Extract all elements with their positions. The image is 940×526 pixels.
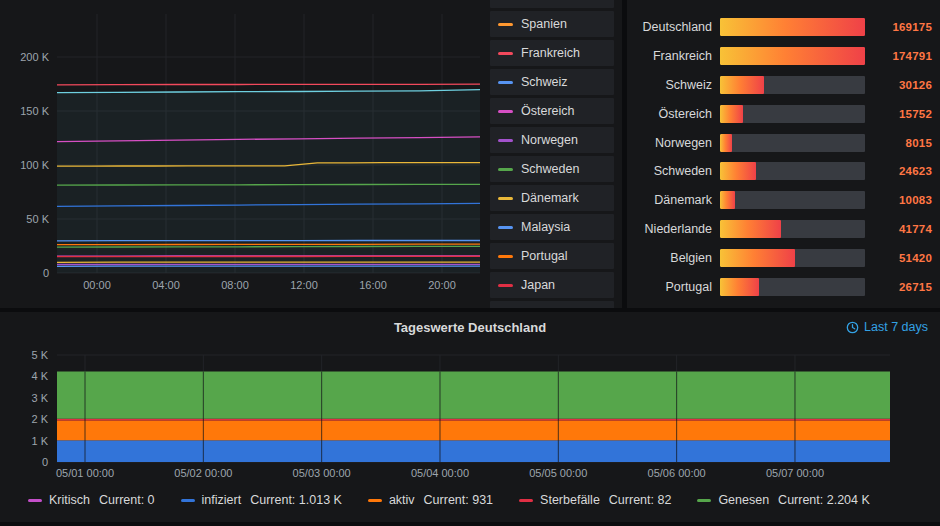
y-axis-tick-label: 50 K (26, 213, 49, 225)
bargauge-track (720, 220, 865, 238)
x-axis-tick-label: 00:00 (83, 279, 111, 291)
legend-item-portugal[interactable]: Portugal (490, 243, 614, 269)
bargauge-track (720, 191, 865, 209)
bargauge-row-deutschland: Deutschland169175 (627, 13, 932, 42)
stacked-band-aktiv (57, 420, 890, 440)
bargauge-value: 30126 (865, 79, 932, 91)
legend-item-spanien[interactable]: Spanien (490, 11, 614, 37)
bargauge-row-ostereich: Östereich15752 (627, 99, 932, 128)
bargauge-row-niederlande: Niederlande41774 (627, 215, 932, 244)
series-line-schweden (57, 246, 480, 247)
bargauge-country-label: Schweiz (627, 78, 712, 92)
series-color-dash-icon (498, 197, 513, 200)
x-axis-tick-label: 05/05 00:00 (529, 467, 587, 479)
bargauge-bar (720, 278, 759, 296)
x-axis-tick-label: 12:00 (290, 279, 318, 291)
x-axis-tick-label: 08:00 (221, 279, 249, 291)
bargauge-bar (720, 47, 865, 65)
legend-item-label: Dänemark (521, 191, 579, 205)
legend-item-japan[interactable]: Japan (490, 272, 614, 298)
bargauge-value: 174791 (865, 50, 932, 62)
bargauge-rows: Deutschland169175Frankreich174791Schweiz… (627, 13, 932, 301)
bargauge-bar (720, 105, 743, 123)
grafana-dashboard: 050 K100 K150 K200 K00:0004:0008:0012:00… (0, 0, 940, 526)
series-color-dash-icon (498, 168, 513, 171)
panel-country-bargauge: Deutschland169175Frankreich174791Schweiz… (627, 0, 940, 308)
legend-item-label: Schweiz (521, 75, 568, 89)
series-area-fill (57, 90, 480, 273)
x-axis-tick-label: 16:00 (359, 279, 387, 291)
legend-item-schweden[interactable]: Schweden (490, 156, 614, 182)
stacked-band-sterbefalle (57, 419, 890, 421)
series-color-dash-icon (498, 110, 513, 113)
legend-item-genesen[interactable]: GenesenCurrent: 2.204 K (697, 493, 869, 507)
legend-item-label: Japan (521, 278, 555, 292)
y-axis-tick-label: 2 K (31, 413, 48, 425)
bargauge-bar (720, 191, 735, 209)
bargauge-country-label: Belgien (627, 251, 712, 265)
legend-item-label: Norwegen (521, 133, 578, 147)
legend-item-label: Östereich (521, 104, 575, 118)
panel-header: Tageswerte Deutschland Last 7 days (0, 312, 940, 342)
series-color-dash-icon (368, 499, 382, 502)
bargauge-track (720, 105, 865, 123)
bargauge-bar (720, 162, 756, 180)
legend-current-value: Current: 1.013 K (250, 493, 342, 507)
bargauge-bar (720, 76, 764, 94)
bargauge-value: 26715 (865, 281, 932, 293)
legend-item-label: Spanien (521, 17, 567, 31)
legend-item-label: Frankreich (521, 46, 580, 60)
timeseries-chart[interactable]: 050 K100 K150 K200 K00:0004:0008:0012:00… (0, 0, 488, 308)
bargauge-country-label: Niederlande (627, 222, 712, 236)
x-axis-tick-label: 05/02 00:00 (174, 467, 232, 479)
series-color-dash-icon (498, 52, 513, 55)
legend-item-sterbefalle[interactable]: SterbefälleCurrent: 82 (519, 493, 671, 507)
bargauge-value: 51420 (865, 252, 932, 264)
bargauge-bar (720, 134, 732, 152)
legend-item-aktiv[interactable]: aktivCurrent: 931 (368, 493, 493, 507)
bargauge-country-label: Schweden (627, 164, 712, 178)
y-axis-tick-label: 0 (43, 267, 49, 279)
panel-title[interactable]: Tageswerte Deutschland (394, 320, 546, 335)
y-axis-tick-label: 1 K (31, 435, 48, 447)
legend-item-ostereich[interactable]: Östereich (490, 98, 614, 124)
legend-item-frankreich[interactable]: Frankreich (490, 40, 614, 66)
time-range-link[interactable]: Last 7 days (846, 320, 928, 334)
legend-series-name: aktiv (389, 493, 415, 507)
legend-item-danemark[interactable]: Dänemark (490, 185, 614, 211)
legend-item-norwegen[interactable]: Norwegen (490, 127, 614, 153)
series-line-portugal (57, 244, 480, 245)
panel-tageswerte-deutschland: Tageswerte Deutschland Last 7 days 01 K2… (0, 312, 940, 522)
legend-item-kanada[interactable]: Kanada (490, 301, 614, 308)
stacked-band-infiziert (57, 440, 890, 462)
x-axis-tick-label: 05/06 00:00 (648, 467, 706, 479)
x-axis-tick-label: 05/03 00:00 (293, 467, 351, 479)
legend-current-value: Current: 931 (424, 493, 493, 507)
series-line-item (57, 184, 480, 185)
series-color-dash-icon (498, 284, 513, 287)
bargauge-value: 10083 (865, 194, 932, 206)
bargauge-value: 15752 (865, 108, 932, 120)
legend-item-kritisch[interactable]: KritischCurrent: 0 (28, 493, 155, 507)
bargauge-track (720, 278, 865, 296)
x-axis-tick-label: 20:00 (428, 279, 456, 291)
x-axis-tick-label: 05/01 00:00 (56, 467, 114, 479)
legend-item-malaysia[interactable]: Malaysia (490, 214, 614, 240)
bargauge-track (720, 76, 865, 94)
bargauge-track (720, 162, 865, 180)
legend-current-value: Current: 2.204 K (778, 493, 870, 507)
legend-current-value: Current: 82 (609, 493, 672, 507)
legend-current-value: Current: 0 (99, 493, 155, 507)
bargauge-row-schweiz: Schweiz30126 (627, 71, 932, 100)
stacked-area-chart[interactable]: 01 K2 K3 K4 K5 K05/01 00:0005/02 00:0005… (0, 342, 940, 487)
legend-item-label: Portugal (521, 249, 568, 263)
legend-item-infiziert[interactable]: infiziertCurrent: 1.013 K (181, 493, 342, 507)
legend-item-partial[interactable] (490, 0, 614, 8)
x-axis-tick-label: 05/04 00:00 (411, 467, 469, 479)
y-axis-tick-label: 0 (42, 456, 48, 468)
bargauge-bar (720, 18, 865, 36)
legend-item-schweiz[interactable]: Schweiz (490, 69, 614, 95)
bargauge-row-belgien: Belgien51420 (627, 243, 932, 272)
y-axis-tick-label: 200 K (20, 51, 49, 63)
legend-item-label: Malaysia (521, 220, 570, 234)
